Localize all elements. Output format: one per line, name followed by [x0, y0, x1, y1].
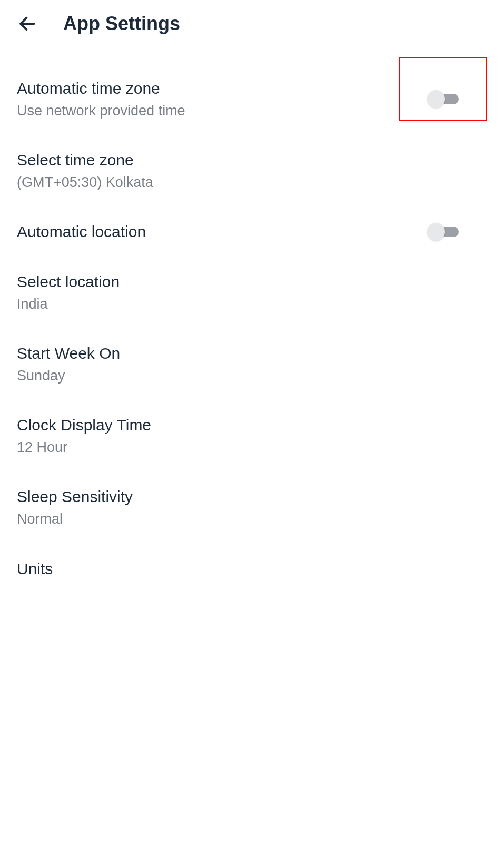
setting-title: Automatic time zone [17, 78, 427, 99]
setting-title: Select location [17, 271, 487, 292]
setting-text: Clock Display Time 12 Hour [17, 415, 487, 457]
setting-title: Automatic location [17, 221, 427, 242]
arrow-left-icon [17, 14, 37, 34]
setting-text: Start Week On Sunday [17, 343, 487, 385]
toggle-thumb [427, 223, 445, 241]
setting-select-timezone[interactable]: Select time zone (GMT+05:30) Kolkata [17, 135, 487, 207]
setting-subtitle: India [17, 295, 487, 313]
setting-text: Select location India [17, 271, 487, 313]
page-title: App Settings [63, 13, 180, 35]
toggle-thumb [427, 90, 445, 108]
auto-location-toggle[interactable] [427, 223, 462, 241]
setting-units[interactable]: Units [17, 544, 487, 594]
setting-title: Start Week On [17, 343, 487, 363]
setting-text: Select time zone (GMT+05:30) Kolkata [17, 150, 487, 192]
setting-clock-display[interactable]: Clock Display Time 12 Hour [17, 400, 487, 471]
setting-subtitle: Normal [17, 510, 487, 528]
setting-text: Automatic location [17, 221, 427, 242]
setting-title: Select time zone [17, 150, 487, 170]
setting-title: Sleep Sensitivity [17, 486, 487, 507]
setting-subtitle: Use network provided time [17, 102, 427, 120]
setting-sleep-sensitivity[interactable]: Sleep Sensitivity Normal [17, 471, 487, 543]
setting-subtitle: Sunday [17, 367, 487, 385]
setting-subtitle: (GMT+05:30) Kolkata [17, 173, 487, 192]
setting-select-location[interactable]: Select location India [17, 257, 487, 328]
setting-text: Sleep Sensitivity Normal [17, 486, 487, 528]
setting-auto-timezone[interactable]: Automatic time zone Use network provided… [17, 63, 487, 135]
settings-list: Automatic time zone Use network provided… [0, 47, 504, 610]
setting-subtitle: 12 Hour [17, 438, 487, 457]
setting-start-week[interactable]: Start Week On Sunday [17, 328, 487, 400]
back-button[interactable] [17, 13, 38, 34]
setting-title: Clock Display Time [17, 415, 487, 435]
setting-auto-location[interactable]: Automatic location [17, 207, 487, 257]
header: App Settings [0, 0, 504, 47]
setting-text: Units [17, 558, 487, 579]
auto-timezone-toggle[interactable] [427, 90, 462, 108]
setting-text: Automatic time zone Use network provided… [17, 78, 427, 120]
setting-title: Units [17, 558, 487, 579]
